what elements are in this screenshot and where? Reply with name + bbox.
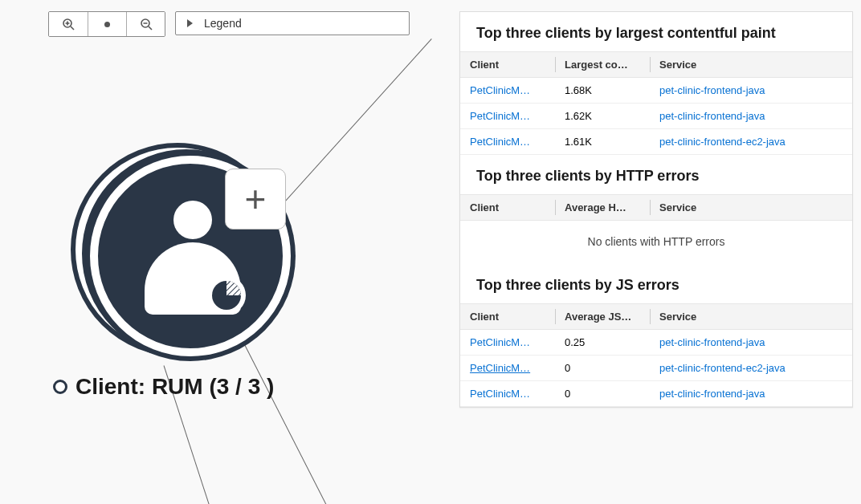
client-link[interactable]: PetClinicM… — [460, 129, 555, 154]
section-title-lcp: Top three clients by largest contentful … — [460, 12, 852, 51]
client-link[interactable]: PetClinicM… — [460, 78, 555, 103]
metric-value: 1.61K — [555, 129, 650, 154]
expand-node-button[interactable]: + — [225, 169, 286, 230]
zoom-out-button[interactable] — [126, 12, 165, 36]
metric-value: 1.62K — [555, 104, 650, 128]
zoom-in-button[interactable] — [49, 12, 88, 36]
table-row: PetClinicM…0pet-clinic-frontend-ec2-java — [460, 356, 852, 381]
node-label-text: Client: RUM (3 / 3 ) — [75, 374, 274, 400]
plus-icon: + — [245, 177, 267, 221]
table-row: PetClinicM…0pet-clinic-frontend-java — [460, 381, 852, 407]
service-link[interactable]: pet-clinic-frontend-java — [650, 330, 852, 355]
col-header-service: Service — [650, 52, 852, 77]
detail-panel: Top three clients by largest contentful … — [459, 11, 853, 408]
service-link[interactable]: pet-clinic-frontend-java — [650, 78, 852, 103]
col-header-service: Service — [650, 195, 852, 220]
metric-value: 0.25 — [555, 330, 650, 355]
col-header-value: Average H… — [555, 195, 650, 220]
table-row: PetClinicM…1.61Kpet-clinic-frontend-ec2-… — [460, 129, 852, 155]
zoom-reset-button[interactable] — [88, 12, 126, 36]
zoom-button-group — [48, 11, 165, 37]
service-link[interactable]: pet-clinic-frontend-ec2-java — [650, 129, 852, 154]
client-link[interactable]: PetClinicM… — [460, 381, 555, 406]
zoom-out-icon — [140, 18, 153, 30]
graph-edge — [241, 337, 358, 504]
col-header-client: Client — [460, 195, 555, 220]
service-link[interactable]: pet-clinic-frontend-ec2-java — [650, 356, 852, 380]
play-icon — [187, 19, 193, 27]
col-header-service: Service — [650, 304, 852, 329]
table-row: PetClinicM…0.25pet-clinic-frontend-java — [460, 330, 852, 356]
table-header-js: Client Average JS… Service — [460, 303, 852, 330]
svg-line-1 — [71, 26, 74, 30]
zoom-in-icon — [62, 18, 75, 30]
table-header-lcp: Client Largest co… Service — [460, 51, 852, 78]
col-header-value: Average JS… — [555, 304, 650, 329]
service-link[interactable]: pet-clinic-frontend-java — [650, 104, 852, 128]
metric-value: 0 — [555, 381, 650, 406]
client-link[interactable]: PetClinicM… — [460, 356, 555, 380]
table-row: PetClinicM…1.62Kpet-clinic-frontend-java — [460, 104, 852, 129]
section-title-js: Top three clients by JS errors — [460, 264, 852, 303]
metric-value: 1.68K — [555, 78, 650, 103]
graph-edge — [281, 39, 432, 206]
svg-line-5 — [149, 26, 152, 30]
section-title-http: Top three clients by HTTP errors — [460, 155, 852, 194]
table-row: PetClinicM…1.68Kpet-clinic-frontend-java — [460, 78, 852, 104]
client-link[interactable]: PetClinicM… — [460, 104, 555, 128]
legend-toggle-button[interactable]: Legend — [175, 11, 410, 35]
metric-value: 0 — [555, 356, 650, 380]
legend-label: Legend — [204, 17, 242, 30]
table-header-http: Client Average H… Service — [460, 194, 852, 221]
col-header-client: Client — [460, 304, 555, 329]
http-empty-message: No clients with HTTP errors — [460, 221, 852, 264]
graph-canvas[interactable]: Legend + Client: RUM (3 / 3 ) — [0, 0, 450, 504]
col-header-client: Client — [460, 52, 555, 77]
canvas-toolbar: Legend — [48, 11, 410, 37]
node-label: Client: RUM (3 / 3 ) — [53, 374, 274, 400]
pie-chart-icon — [204, 273, 249, 318]
service-link[interactable]: pet-clinic-frontend-java — [650, 381, 852, 406]
bullet-icon — [53, 380, 67, 394]
dot-icon — [104, 22, 110, 27]
client-link[interactable]: PetClinicM… — [460, 330, 555, 355]
col-header-value: Largest co… — [555, 52, 650, 77]
